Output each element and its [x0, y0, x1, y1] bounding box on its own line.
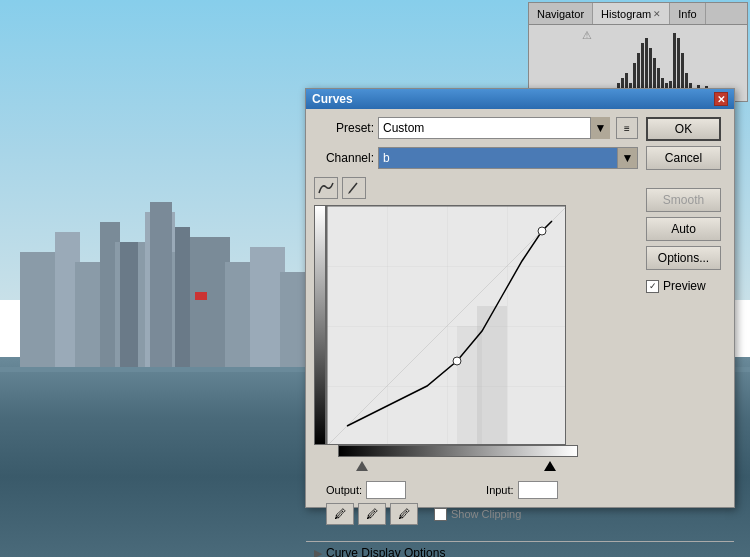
pencil-tool-button[interactable] [342, 177, 366, 199]
tab-histogram-close[interactable]: ✕ [653, 9, 661, 19]
ok-button[interactable]: OK [646, 117, 721, 141]
dialog-body: Preset: Custom ▼ ≡ Channel: b [306, 109, 734, 537]
cancel-label: Cancel [665, 151, 702, 165]
dialog-right-panel: OK Cancel Smooth Auto Options... ✓ Previ… [646, 117, 726, 529]
svg-point-49 [538, 227, 546, 235]
channel-label: Channel: [314, 151, 374, 165]
svg-line-40 [349, 183, 357, 193]
curves-graph[interactable] [326, 205, 566, 445]
city-silhouette [20, 192, 350, 372]
black-point-eyedropper[interactable]: 🖉 [326, 503, 354, 525]
svg-rect-25 [649, 48, 652, 93]
curve-display-label: Curve Display Options [326, 546, 445, 557]
show-clipping-label: Show Clipping [451, 508, 521, 520]
output-row: Output: Input: [326, 481, 638, 499]
svg-rect-12 [120, 242, 138, 372]
channel-value: b [383, 151, 390, 165]
svg-rect-13 [150, 202, 172, 372]
slider-left-triangle[interactable] [356, 461, 368, 471]
preview-label: Preview [663, 279, 706, 293]
ok-label: OK [675, 122, 692, 136]
svg-rect-0 [20, 252, 60, 372]
curve-display-options[interactable]: ▶ Curve Display Options [306, 541, 734, 557]
tab-info-label: Info [678, 8, 696, 20]
curves-graph-svg [327, 206, 566, 445]
svg-rect-24 [645, 38, 648, 93]
bottom-area [314, 445, 638, 457]
preset-select[interactable]: Custom [378, 117, 610, 139]
channel-row: Channel: b ▼ [314, 147, 638, 169]
auto-label: Auto [671, 222, 696, 236]
curve-tool-icon [318, 181, 334, 195]
svg-rect-43 [327, 206, 566, 445]
graph-left-gradient [314, 205, 326, 445]
svg-rect-23 [641, 43, 644, 93]
preset-label: Preset: [314, 121, 374, 135]
graph-container [314, 205, 638, 477]
svg-rect-7 [190, 237, 230, 372]
channel-wrapper: b ▼ [378, 147, 638, 169]
preview-row: ✓ Preview [646, 279, 726, 293]
panel-top-right: Navigator Histogram ✕ Info ⚠ [528, 2, 748, 102]
gray-point-eyedropper[interactable]: 🖉 [358, 503, 386, 525]
graph-bottom-gradient [338, 445, 578, 457]
close-icon: ✕ [717, 94, 725, 105]
dialog-title: Curves [312, 92, 353, 106]
svg-rect-9 [250, 247, 285, 372]
eyedropper-row: 🖉 🖉 🖉 Show Clipping [326, 503, 566, 525]
preset-menu-icon: ≡ [624, 123, 630, 134]
channel-display: b [378, 147, 618, 169]
preview-checkbox[interactable]: ✓ [646, 280, 659, 293]
expand-arrow-icon: ▶ [314, 547, 322, 558]
white-eyedropper-icon: 🖉 [398, 507, 410, 521]
smooth-label: Smooth [663, 193, 704, 207]
pencil-tool-icon [347, 181, 361, 195]
show-clipping-row: Show Clipping [434, 503, 521, 525]
cancel-button[interactable]: Cancel [646, 146, 721, 170]
preset-wrapper: Custom ▼ [378, 117, 610, 139]
black-eyedropper-icon: 🖉 [334, 507, 346, 521]
input-label: Input: [486, 484, 514, 496]
dialog-close-button[interactable]: ✕ [714, 92, 728, 106]
output-value-field[interactable] [366, 481, 406, 499]
auto-button[interactable]: Auto [646, 217, 721, 241]
options-button[interactable]: Options... [646, 246, 721, 270]
tool-row [314, 177, 638, 199]
slider-area[interactable] [326, 459, 566, 477]
svg-marker-41 [348, 193, 349, 194]
graph-row [314, 205, 638, 445]
preset-menu-button[interactable]: ≡ [616, 117, 638, 139]
dialog-left-panel: Preset: Custom ▼ ≡ Channel: b [314, 117, 638, 529]
svg-rect-14 [175, 227, 190, 372]
slider-right-triangle[interactable] [544, 461, 556, 471]
histogram-chart [613, 33, 743, 93]
show-clipping-checkbox[interactable] [434, 508, 447, 521]
svg-rect-15 [195, 292, 207, 300]
svg-rect-22 [637, 53, 640, 93]
curve-tool-button[interactable] [314, 177, 338, 199]
svg-rect-33 [681, 53, 684, 93]
gray-eyedropper-icon: 🖉 [366, 507, 378, 521]
output-label: Output: [326, 484, 362, 496]
svg-rect-32 [677, 38, 680, 93]
svg-point-48 [453, 357, 461, 365]
options-label: Options... [658, 251, 709, 265]
channel-dropdown-arrow[interactable]: ▼ [618, 147, 638, 169]
warning-icon: ⚠ [582, 29, 592, 42]
preview-checkmark: ✓ [649, 281, 657, 291]
tab-info[interactable]: Info [670, 3, 705, 24]
dialog-titlebar: Curves ✕ [306, 89, 734, 109]
white-point-eyedropper[interactable]: 🖉 [390, 503, 418, 525]
panel-tabs: Navigator Histogram ✕ Info [529, 3, 747, 25]
tab-histogram[interactable]: Histogram ✕ [593, 3, 670, 24]
spacer-1 [646, 175, 726, 183]
tab-navigator-label: Navigator [537, 8, 584, 20]
tab-histogram-label: Histogram [601, 8, 651, 20]
spacer [314, 445, 326, 457]
curves-dialog: Curves ✕ Preset: Custom ▼ ≡ [305, 88, 735, 508]
preset-row: Preset: Custom ▼ ≡ [314, 117, 638, 139]
tab-navigator[interactable]: Navigator [529, 3, 593, 24]
svg-rect-47 [457, 326, 482, 445]
smooth-button[interactable]: Smooth [646, 188, 721, 212]
input-value-field[interactable] [518, 481, 558, 499]
